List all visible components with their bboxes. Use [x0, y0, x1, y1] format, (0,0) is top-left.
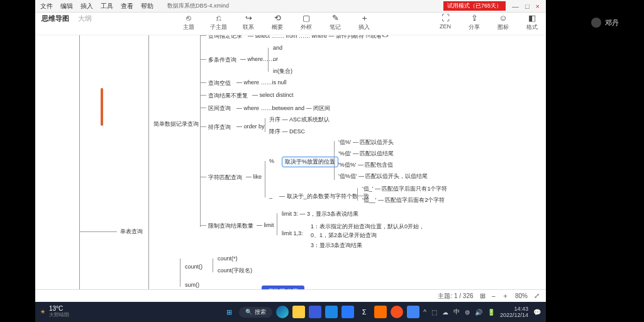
node-and[interactable]: and [273, 45, 282, 51]
app-icon[interactable] [391, 306, 403, 318]
node-between[interactable]: 区间查询 [208, 104, 231, 113]
menu-help[interactable]: 帮助 [141, 2, 153, 11]
weather-icon[interactable]: ☀ [40, 309, 45, 315]
node-desc[interactable]: 降序 — DESC [269, 128, 305, 136]
node-in[interactable]: in(集合) [273, 67, 292, 75]
tool-share[interactable]: ⇪分享 [467, 14, 482, 31]
close-button[interactable]: × [536, 3, 540, 10]
node-text[interactable]: — 取决于_的条数要与字符个数一致 [279, 192, 369, 201]
tool-subtopic[interactable]: ⎌子主题 [210, 14, 227, 31]
node-p4[interactable]: '值%值' — 匹配以值开头，以值结尾 [338, 172, 428, 180]
volume-icon[interactable]: 🔊 [475, 309, 482, 316]
app-icon[interactable] [325, 306, 338, 318]
calendar-icon[interactable] [309, 306, 321, 318]
maximize-button[interactable]: □ [525, 3, 530, 10]
ime-icon[interactable]: 中 [453, 308, 460, 316]
tool-format[interactable]: ◧格式 [525, 14, 540, 31]
connector-line [265, 161, 265, 197]
map-icon[interactable]: ⊞ [480, 292, 486, 300]
node-or[interactable]: or [273, 56, 278, 62]
node-count-star[interactable]: count(*) [218, 255, 238, 262]
node-percent-pos[interactable]: 取决于%放置的位置 [282, 157, 338, 167]
node-count[interactable]: count() [185, 264, 203, 270]
node-count-field[interactable]: count(字段名) [218, 267, 252, 275]
node-u2[interactable]: '值__' — 匹配值字后面有2个字符 [362, 196, 445, 204]
tab-mindmap[interactable]: 思维导图 [42, 14, 69, 23]
start-button[interactable]: ⊞ [223, 306, 235, 318]
node-distinct[interactable]: 查询结果不重复 [208, 92, 248, 100]
tray-icon[interactable]: ⬚ [431, 309, 437, 316]
expand-icon[interactable]: ⤢ [534, 292, 540, 300]
node-u1[interactable]: '值_' — 匹配值字后面只有1个字符 [362, 185, 447, 193]
clock[interactable]: 14:43 2022/12/14 [500, 306, 528, 318]
scrollbar-thumb[interactable] [101, 88, 103, 126]
node-l2[interactable]: 0、1，第2条记录开始查询 [311, 231, 377, 240]
notifications-icon[interactable]: 💬 [533, 309, 541, 316]
tool-label: 图标 [497, 23, 509, 31]
node-like[interactable]: 字符匹配查询 [208, 174, 242, 182]
weather-widget[interactable]: 13°C 大部晴朗 [49, 306, 69, 318]
node-p3[interactable]: '%值%' — 匹配包含值 [338, 161, 393, 169]
node-limit3[interactable]: limit 3: — 3，显示3条表说结果 [282, 210, 358, 218]
explorer-icon[interactable] [292, 306, 305, 318]
node-simple-query[interactable]: 简单数据记录查询 [153, 120, 199, 128]
node-asc[interactable]: 升序 — ASC或系统默认 [269, 116, 330, 124]
tool-label: 插入 [358, 23, 370, 31]
connector-line [79, 35, 80, 289]
edge-icon[interactable] [276, 306, 289, 318]
menu-view[interactable]: 查看 [121, 2, 133, 11]
node-l1[interactable]: 1：表示指定的开始查询位置，默认从0开始， [311, 223, 425, 231]
onedrive-icon[interactable]: ☁ [442, 309, 448, 316]
node-text[interactable]: — select ……. from …… where — 条件判断符 !=或者<… [248, 35, 389, 40]
tool-summary[interactable]: ⟲概要 [270, 14, 285, 31]
minimize-button[interactable]: — [512, 3, 519, 10]
node-text[interactable]: — where ……is null [236, 79, 287, 86]
node-p2[interactable]: '%值' — 匹配以值结尾 [338, 150, 394, 158]
tool-add[interactable]: ＋插入 [357, 14, 372, 31]
node-percent[interactable]: % [269, 158, 274, 164]
node-text[interactable]: — where…… [240, 56, 274, 62]
tool-note[interactable]: ✎笔记 [328, 14, 343, 31]
tool-iconset[interactable]: ☺图标 [496, 14, 511, 31]
tool-zen[interactable]: ⛶ZEN [438, 14, 453, 30]
connector-line [265, 118, 265, 132]
app-icon[interactable]: Σ [358, 306, 370, 318]
node-text[interactable]: — limit [257, 222, 274, 228]
zoom-out-button[interactable]: − [492, 292, 496, 300]
node-multi-cond[interactable]: 多条件查询 [208, 56, 236, 64]
app-icon[interactable] [374, 306, 387, 318]
node-null[interactable]: 查询空值 [208, 79, 231, 87]
node-text[interactable]: — like [246, 174, 262, 180]
node-limit[interactable]: 限制查询结果数量 [208, 222, 253, 230]
node-text[interactable]: — order by [236, 123, 265, 130]
menu-file[interactable]: 文件 [40, 2, 53, 11]
node-text[interactable]: — select distinct [252, 92, 294, 98]
node-sum[interactable]: sum() [185, 282, 199, 288]
user-badge[interactable]: 邓丹 [591, 18, 619, 28]
tab-outline[interactable]: 大纲 [78, 14, 92, 23]
tool-relation[interactable]: ↪联系 [241, 14, 256, 31]
node-single-table[interactable]: 单表查询 [120, 228, 143, 236]
menu-tools[interactable]: 工具 [101, 2, 113, 11]
menu-edit[interactable]: 编辑 [60, 2, 73, 11]
menu-insert[interactable]: 插入 [80, 2, 93, 11]
taskbar-search[interactable]: 🔍 搜索 [239, 307, 272, 318]
node-p1[interactable]: '值%' — 匹配以值开头 [338, 138, 394, 147]
zoom-in-button[interactable]: ＋ [502, 291, 509, 301]
node-underscore[interactable]: _ [269, 192, 272, 199]
app-icon[interactable] [407, 306, 419, 318]
node-select-record[interactable]: 查询指定记录 [208, 35, 242, 40]
node-text[interactable]: — where ……between and — 闭区间 [236, 104, 330, 113]
chevron-up-icon[interactable]: ^ [423, 309, 426, 316]
tool-topic[interactable]: ⎋主题 [181, 14, 196, 31]
mindmap-canvas[interactable]: 简单数据记录查询 单表查询 查询指定记录 — select ……. from …… [35, 35, 546, 289]
node-limit13[interactable]: limit 1,3: [282, 230, 303, 236]
purchase-button[interactable]: 需购买 使用 [262, 286, 304, 289]
trial-badge[interactable]: 试用模式（已765天） [443, 1, 506, 11]
battery-icon[interactable]: 🔋 [487, 309, 495, 316]
tool-boundary[interactable]: ▢外框 [299, 14, 314, 31]
node-l3[interactable]: 3：显示3条查询结果 [311, 242, 362, 250]
wifi-icon[interactable]: ⊚ [465, 309, 470, 316]
node-orderby[interactable]: 排序查询 [208, 123, 231, 131]
app-icon[interactable] [341, 306, 354, 318]
